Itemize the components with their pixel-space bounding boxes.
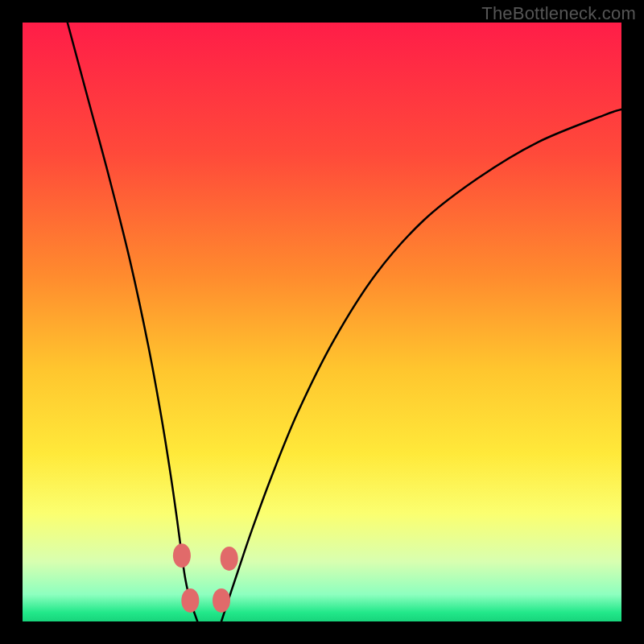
watermark-text: TheBottleneck.com [481, 3, 636, 24]
marker-dot [221, 547, 238, 571]
marker-dot [173, 543, 191, 568]
marker-dot [213, 588, 230, 613]
gradient-background [23, 23, 621, 621]
chart-frame [23, 23, 621, 621]
marker-dot [181, 588, 199, 613]
bottleneck-chart [23, 23, 621, 621]
